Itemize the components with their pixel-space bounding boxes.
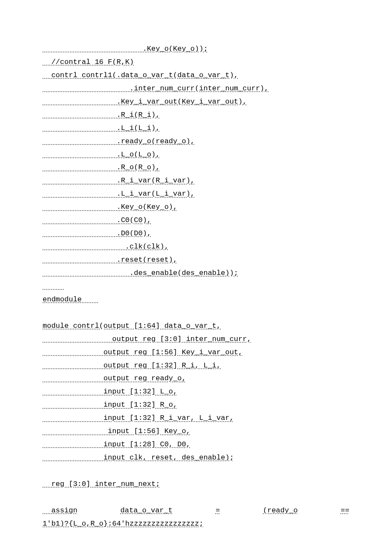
code-text: (ready_o bbox=[263, 504, 298, 517]
code-text bbox=[43, 282, 64, 290]
code-document: .Key_o(Key_o)); //contral 16 F(R,K) cont… bbox=[43, 43, 349, 531]
code-line: .Key_o(Key_o), bbox=[43, 201, 349, 214]
code-line: .Key_o(Key_o)); bbox=[43, 43, 349, 56]
code-text: .R_i_var(R_i_var), bbox=[43, 176, 195, 185]
code-line: contrl contrl1(.data_o_var_t(data_o_var_… bbox=[43, 69, 349, 82]
code-text: output reg ready_o, bbox=[43, 374, 186, 382]
code-text: data_o_var_t bbox=[121, 504, 173, 517]
code-line: reg [3:0] inter_num_next; bbox=[43, 478, 349, 491]
code-line: input [1:32] R_o, bbox=[43, 399, 349, 412]
code-text: .Key_i_var_out(Key_i_var_out), bbox=[43, 98, 247, 106]
blank-line bbox=[43, 491, 349, 504]
code-line: .L_i_var(L_i_var), bbox=[43, 188, 349, 201]
code-line: .L_i(L_i), bbox=[43, 122, 349, 135]
code-text: .Key_o(Key_o), bbox=[43, 203, 177, 211]
code-line: //contral 16 F(R,K) bbox=[43, 56, 349, 69]
code-line: input [1:32] R_i_var, L_i_var, bbox=[43, 412, 349, 425]
code-text: .R_i(R_i), bbox=[43, 111, 160, 119]
code-text: input [1:32] L_o, bbox=[43, 387, 177, 396]
code-text: == bbox=[341, 504, 349, 517]
code-line: .reset(reset), bbox=[43, 254, 349, 267]
code-text: endmodule bbox=[43, 295, 99, 304]
code-line: module contrl(output [1:64] data_o_var_t… bbox=[43, 320, 349, 333]
code-text: .L_o(L_o), bbox=[43, 150, 160, 159]
code-text: reg [3:0] inter_num_next; bbox=[43, 480, 160, 488]
code-line: input [1:28] C0, D0, bbox=[43, 438, 349, 451]
code-line: .ready_o(ready_o), bbox=[43, 135, 349, 148]
code-text: assign bbox=[43, 504, 78, 517]
code-text: output reg [1:56] Key_i_var_out, bbox=[43, 348, 242, 356]
code-line: output reg ready_o, bbox=[43, 372, 349, 385]
code-line: output reg [1:32] R_i, L_i, bbox=[43, 359, 349, 373]
code-line bbox=[43, 280, 349, 293]
code-line: .inter_num_curr(inter_num_curr), bbox=[43, 82, 349, 95]
code-text: input [1:56] Key_o, bbox=[43, 427, 190, 435]
code-text: .L_i_var(L_i_var), bbox=[43, 190, 195, 198]
code-text: input [1:32] R_o, bbox=[43, 401, 177, 409]
code-text: = bbox=[216, 504, 220, 517]
blank-line bbox=[43, 465, 349, 478]
code-line: 1'b1)?{L_o,R_o}:64'hzzzzzzzzzzzzzzzz; bbox=[43, 517, 349, 531]
code-text: module contrl(output [1:64] data_o_var_t… bbox=[43, 322, 221, 330]
code-text: input [1:32] R_i_var, L_i_var, bbox=[43, 414, 234, 422]
code-line: input clk, reset, des_enable); bbox=[43, 451, 349, 465]
code-text: .des_enable(des_enable)); bbox=[43, 269, 238, 277]
code-text: .clk(clk), bbox=[43, 243, 169, 251]
code-text: output reg [1:32] R_i, L_i, bbox=[43, 361, 221, 370]
code-line: .Key_i_var_out(Key_i_var_out), bbox=[43, 95, 349, 109]
code-text: .Key_o(Key_o)); bbox=[43, 45, 208, 53]
code-text: input clk, reset, des_enable); bbox=[43, 454, 234, 462]
justified-code-line: assigndata_o_var_t=(ready_o== bbox=[43, 504, 349, 517]
code-line: .L_o(L_o), bbox=[43, 148, 349, 162]
code-line: .clk(clk), bbox=[43, 240, 349, 254]
code-text: .R_o(R_o), bbox=[43, 163, 160, 171]
code-line: .R_o(R_o), bbox=[43, 161, 349, 174]
code-line: output reg [1:56] Key_i_var_out, bbox=[43, 346, 349, 359]
code-line: .C0(C0), bbox=[43, 214, 349, 227]
code-text: .reset(reset), bbox=[43, 256, 177, 264]
code-text: //contral 16 F(R,K) bbox=[43, 58, 134, 66]
code-text: .D0(D0), bbox=[43, 229, 151, 237]
code-line: .D0(D0), bbox=[43, 227, 349, 240]
code-line: .R_i(R_i), bbox=[43, 109, 349, 122]
code-line: .R_i_var(R_i_var), bbox=[43, 174, 349, 188]
code-line: output reg [3:0] inter_num_curr, bbox=[43, 333, 349, 346]
code-line: input [1:32] L_o, bbox=[43, 385, 349, 399]
code-text: .C0(C0), bbox=[43, 216, 151, 224]
code-line: .des_enable(des_enable)); bbox=[43, 267, 349, 280]
code-text: .L_i(L_i), bbox=[43, 124, 160, 132]
code-text: .ready_o(ready_o), bbox=[43, 137, 195, 145]
code-text: output reg [3:0] inter_num_curr, bbox=[43, 335, 251, 343]
code-text: 1'b1)?{L_o,R_o}:64'hzzzzzzzzzzzzzzzz; bbox=[43, 520, 203, 528]
code-text: .inter_num_curr(inter_num_curr), bbox=[43, 84, 269, 92]
blank-line bbox=[43, 306, 349, 320]
code-text: contrl contrl1(.data_o_var_t(data_o_var_… bbox=[43, 71, 238, 79]
code-line: endmodule bbox=[43, 293, 349, 306]
code-text: input [1:28] C0, D0, bbox=[43, 440, 190, 448]
code-line: input [1:56] Key_o, bbox=[43, 425, 349, 438]
